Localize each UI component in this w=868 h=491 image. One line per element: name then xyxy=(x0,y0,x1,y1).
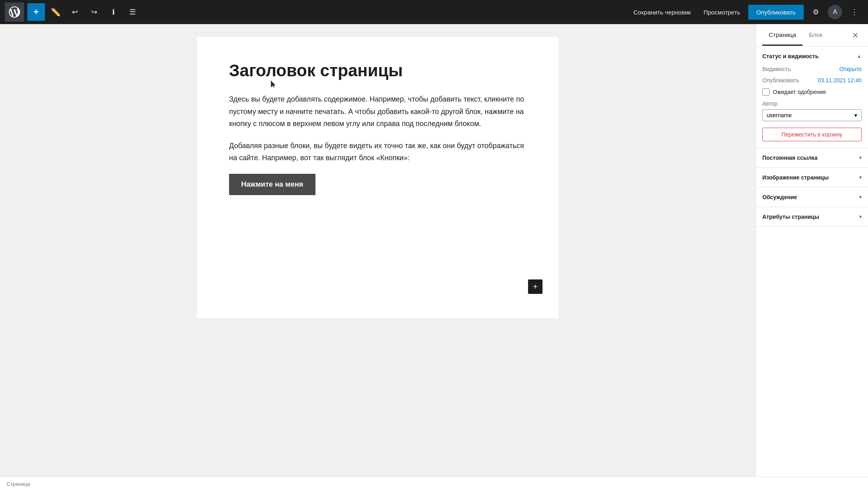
page-content: Здесь вы будете добавлять содержимое. На… xyxy=(229,93,526,164)
page-title[interactable]: Заголовок страницы xyxy=(229,61,526,80)
status-section-content: Видимость Открыто Опубликовать 03.11.202… xyxy=(756,66,868,148)
visibility-value[interactable]: Открыто xyxy=(839,66,862,72)
editor-canvas: Заголовок страницы Здесь вы будете добав… xyxy=(197,37,559,318)
discussion-section-header[interactable]: Обсуждение ▾ xyxy=(756,187,868,207)
author-select[interactable]: username ▾ xyxy=(762,109,862,121)
move-to-trash-button[interactable]: Переместить в корзину xyxy=(762,128,862,141)
page-attributes-section-header[interactable]: Атрибуты страницы ▾ xyxy=(756,207,868,226)
discussion-section-title: Обсуждение xyxy=(762,194,797,200)
publish-value[interactable]: 03.11.2021 12:40 xyxy=(818,77,862,84)
featured-image-section-title: Изображение страницы xyxy=(762,174,829,181)
permalink-chevron-icon: ▾ xyxy=(859,155,862,161)
pending-label: Ожидает одобрения xyxy=(773,89,826,95)
tools-button[interactable]: ✏️ xyxy=(47,3,64,21)
permalink-section-title: Постоянная ссылка xyxy=(762,155,817,161)
page-attributes-chevron-icon: ▾ xyxy=(859,214,862,220)
add-block-inline-button[interactable]: + xyxy=(528,279,542,294)
sidebar-section-status: Статус и видимость ▲ Видимость Открыто О… xyxy=(756,47,868,148)
author-chevron-icon: ▾ xyxy=(854,112,857,118)
visibility-label: Видимость xyxy=(762,66,791,72)
breadcrumb: Страница xyxy=(6,481,30,487)
status-bar: Страница xyxy=(0,477,868,491)
save-draft-button[interactable]: Сохранить черновик xyxy=(628,6,696,19)
publish-button[interactable]: Опубликовать xyxy=(748,5,804,20)
demo-button-block[interactable]: Нажмите на меня xyxy=(229,174,315,195)
status-chevron-icon: ▲ xyxy=(857,53,862,59)
author-row: Автор username ▾ xyxy=(762,100,862,121)
undo-button[interactable]: ↩ xyxy=(66,3,84,21)
redo-button[interactable]: ↪ xyxy=(85,3,103,21)
app-layout: Заголовок страницы Здесь вы будете добав… xyxy=(0,24,868,491)
toolbar: + ✏️ ↩ ↪ ℹ ☰ Сохранить черновик Просмотр… xyxy=(0,0,868,24)
featured-image-section-header[interactable]: Изображение страницы ▾ xyxy=(756,168,868,187)
sidebar-tabs: Страница Блок xyxy=(762,25,829,46)
author-value: username xyxy=(767,112,792,118)
tab-page[interactable]: Страница xyxy=(762,25,802,46)
paragraph-2[interactable]: Добавляя разные блоки, вы будете видеть … xyxy=(229,140,526,164)
settings-button[interactable]: ⚙ xyxy=(807,3,825,21)
list-view-button[interactable]: ☰ xyxy=(124,3,141,21)
sidebar-section-page-attributes: Атрибуты страницы ▾ xyxy=(756,207,868,227)
discussion-chevron-icon: ▾ xyxy=(859,194,862,200)
sidebar: Страница Блок ✕ Статус и видимость ▲ Вид… xyxy=(755,24,868,491)
publish-label: Опубликовать xyxy=(762,77,799,84)
page-attributes-section-title: Атрибуты страницы xyxy=(762,214,819,220)
tab-block[interactable]: Блок xyxy=(802,25,829,46)
user-avatar-button[interactable]: A xyxy=(828,5,842,19)
wp-logo[interactable] xyxy=(5,2,24,22)
publish-row: Опубликовать 03.11.2021 12:40 xyxy=(762,77,862,84)
author-label: Автор xyxy=(762,100,862,107)
pending-row: Ожидает одобрения xyxy=(762,88,862,96)
add-block-button[interactable]: + xyxy=(27,3,45,21)
pending-checkbox[interactable] xyxy=(762,88,770,96)
visibility-row: Видимость Открыто xyxy=(762,66,862,72)
toolbar-right: Сохранить черновик Просмотреть Опубликов… xyxy=(628,3,863,21)
sidebar-section-permalink: Постоянная ссылка ▾ xyxy=(756,148,868,168)
sidebar-header: Страница Блок ✕ xyxy=(756,24,868,47)
more-options-button[interactable]: ⋮ xyxy=(845,3,863,21)
featured-image-chevron-icon: ▾ xyxy=(859,175,862,180)
sidebar-section-featured-image: Изображение страницы ▾ xyxy=(756,168,868,187)
sidebar-close-button[interactable]: ✕ xyxy=(849,29,862,42)
sidebar-section-discussion: Обсуждение ▾ xyxy=(756,187,868,207)
preview-button[interactable]: Просмотреть xyxy=(699,6,745,19)
status-section-title: Статус и видимость xyxy=(762,53,819,59)
permalink-section-header[interactable]: Постоянная ссылка ▾ xyxy=(756,148,868,167)
cursor-indicator xyxy=(271,80,276,88)
paragraph-1[interactable]: Здесь вы будете добавлять содержимое. На… xyxy=(229,93,526,130)
info-button[interactable]: ℹ xyxy=(104,3,122,21)
status-section-header[interactable]: Статус и видимость ▲ xyxy=(756,47,868,66)
editor-area: Заголовок страницы Здесь вы будете добав… xyxy=(0,24,755,491)
